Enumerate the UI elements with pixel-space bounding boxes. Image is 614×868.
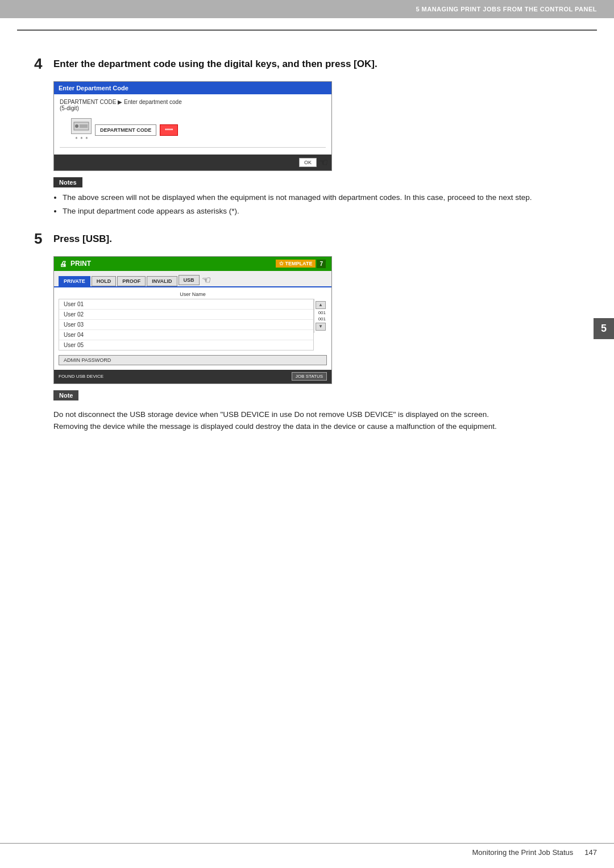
user-name-col-header: User Name bbox=[59, 290, 327, 299]
dept-screen-footer: OK ☜ bbox=[54, 155, 331, 170]
scroll-down-button[interactable]: ▼ bbox=[316, 323, 326, 331]
dept-rule bbox=[60, 147, 326, 148]
step4-notes-list: The above screen will not be displayed w… bbox=[53, 192, 580, 218]
asterisks-display: ＊＊＊ bbox=[74, 135, 89, 143]
page-footer: Monitoring the Print Job Status 147 bbox=[0, 843, 614, 857]
scroll-up-button[interactable]: ▲ bbox=[316, 301, 326, 309]
dept-input-row: ＊＊＊ DEPARTMENT CODE **** bbox=[71, 118, 326, 143]
template-badge: ✩ TEMPLATE bbox=[276, 260, 316, 268]
step5-title: Press [USB]. bbox=[53, 231, 112, 245]
dept-screen-body: DEPARTMENT CODE ▶ Enter department code … bbox=[54, 94, 331, 155]
found-usb-text: FOUND USB DEVICE bbox=[59, 374, 103, 379]
user-row-1: User 01 bbox=[59, 299, 313, 310]
svg-point-1 bbox=[75, 124, 78, 128]
tab-usb-area: USB ☜ bbox=[179, 274, 211, 286]
svg-rect-2 bbox=[80, 124, 88, 128]
print-title: PRINT bbox=[70, 260, 91, 268]
print-screen-header: 🖨 PRINT ✩ TEMPLATE 7 bbox=[54, 257, 331, 271]
admin-password-button[interactable]: ADMIN PASSWORD bbox=[59, 355, 327, 365]
scroll-area: ▲ 001 001 ▼ bbox=[314, 299, 327, 333]
user-list: User 01 User 02 User 03 User 04 User 05 bbox=[59, 299, 314, 350]
header-text: 5 MANAGING PRINT JOBS FROM THE CONTROL P… bbox=[416, 6, 597, 12]
footer-text: Monitoring the Print Job Status bbox=[472, 848, 574, 857]
footer-page: 147 bbox=[584, 848, 597, 857]
print-header-left: 🖨 PRINT bbox=[60, 260, 91, 268]
tab-private[interactable]: PRIVATE bbox=[59, 276, 90, 286]
printer-icon: 🖨 bbox=[60, 260, 67, 268]
dept-icon bbox=[71, 118, 92, 134]
user-row-2: User 02 bbox=[59, 310, 313, 320]
dept-stars: **** bbox=[160, 124, 178, 136]
user-list-main: User 01 User 02 User 03 User 04 User 05 bbox=[59, 299, 314, 353]
print-tabs-row: PRIVATE HOLD PROOF INVALID USB ☜ bbox=[54, 271, 331, 287]
tab-proof[interactable]: PROOF bbox=[117, 276, 146, 286]
tab-invalid[interactable]: INVALID bbox=[147, 276, 177, 286]
step4-title: Enter the department code using the digi… bbox=[53, 56, 377, 70]
step5-heading: 5 Press [USB]. bbox=[34, 231, 580, 247]
page-header: 5 MANAGING PRINT JOBS FROM THE CONTROL P… bbox=[0, 0, 614, 18]
print-screen: 🖨 PRINT ✩ TEMPLATE 7 PRIVATE HOLD PROOF … bbox=[53, 256, 332, 384]
dept-screen-header: Enter Department Code bbox=[54, 82, 331, 94]
dept-code-screen: Enter Department Code DEPARTMENT CODE ▶ … bbox=[53, 81, 332, 171]
main-content: 4 Enter the department code using the di… bbox=[0, 31, 614, 456]
step4-heading: 4 Enter the department code using the di… bbox=[34, 56, 580, 72]
tab-usb[interactable]: USB bbox=[179, 275, 200, 285]
tab-hold[interactable]: HOLD bbox=[92, 276, 117, 286]
right-tab-marker: 5 bbox=[594, 318, 614, 339]
cursor-hand-icon: ☜ bbox=[319, 156, 328, 169]
note-item-2: The input department code appears as ast… bbox=[63, 206, 580, 217]
dept-code-button[interactable]: DEPARTMENT CODE bbox=[95, 124, 156, 136]
note-label: Note bbox=[53, 390, 78, 400]
user-row-5: User 05 bbox=[59, 340, 313, 350]
admin-row: ADMIN PASSWORD bbox=[59, 355, 327, 365]
step4-number: 4 bbox=[34, 56, 48, 72]
ok-button[interactable]: OK bbox=[299, 158, 317, 167]
print-body: User Name User 01 User 02 User 03 User 0… bbox=[54, 287, 331, 370]
hand-pointer-icon: ☜ bbox=[202, 274, 211, 286]
print-footer: FOUND USB DEVICE JOB STATUS bbox=[54, 370, 331, 383]
template-number: 7 bbox=[317, 260, 326, 268]
page-num-1: 001 bbox=[316, 310, 326, 315]
template-area: ✩ TEMPLATE 7 bbox=[276, 260, 326, 268]
notes-label: Notes bbox=[53, 177, 82, 187]
user-list-container: User 01 User 02 User 03 User 04 User 05 … bbox=[59, 299, 327, 353]
user-row-4: User 04 bbox=[59, 330, 313, 340]
step5-number: 5 bbox=[34, 231, 48, 247]
step5-note-text: Do not disconnect the USB storage device… bbox=[53, 408, 520, 433]
user-row-3: User 03 bbox=[59, 320, 313, 330]
job-status-button[interactable]: JOB STATUS bbox=[292, 372, 327, 381]
note-item-1: The above screen will not be displayed w… bbox=[63, 192, 580, 203]
dept-code-label: DEPARTMENT CODE ▶ Enter department code … bbox=[60, 99, 326, 111]
page-num-2: 001 bbox=[316, 316, 326, 322]
